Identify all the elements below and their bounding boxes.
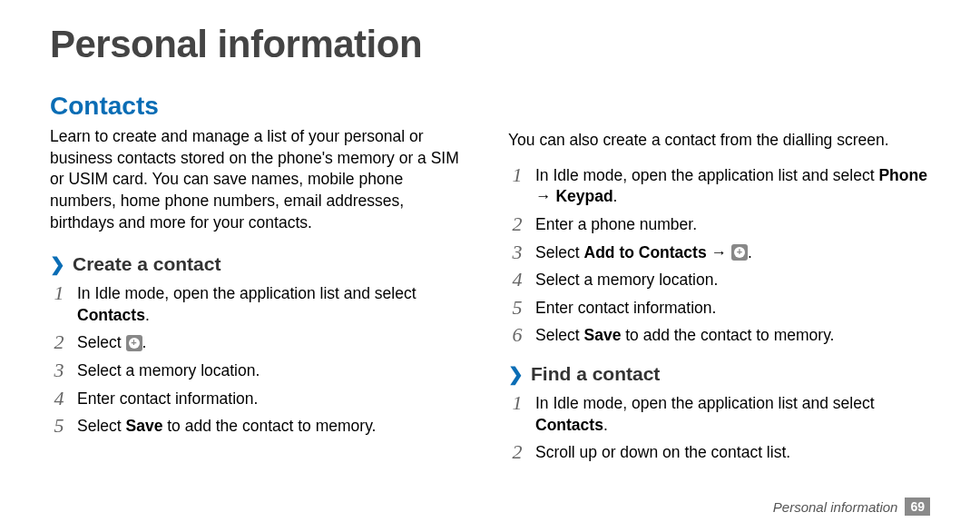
text: In Idle mode, open the application list … bbox=[535, 166, 878, 184]
dial-steps: 1 In Idle mode, open the application lis… bbox=[508, 164, 930, 347]
text: . bbox=[603, 416, 608, 434]
bold-text: Add to Contacts bbox=[584, 243, 707, 261]
footer-label: Personal information bbox=[773, 499, 898, 515]
step-number: 1 bbox=[50, 282, 68, 304]
step-number: 6 bbox=[508, 324, 526, 346]
add-icon bbox=[126, 335, 142, 351]
text: . bbox=[142, 333, 147, 351]
step: 1 In Idle mode, open the application lis… bbox=[50, 282, 472, 326]
text: Select bbox=[535, 243, 584, 261]
intro-text: Learn to create and manage a list of you… bbox=[50, 126, 472, 233]
bold-text: Phone bbox=[878, 166, 926, 184]
step-number: 1 bbox=[508, 164, 526, 186]
step: 5 Select Save to add the contact to memo… bbox=[50, 415, 472, 438]
page-footer: Personal information 69 bbox=[773, 498, 930, 516]
text: → bbox=[535, 187, 555, 205]
step-text: Enter a phone number. bbox=[535, 213, 697, 236]
text: → bbox=[707, 243, 731, 261]
step-text: Enter contact information. bbox=[535, 297, 716, 320]
text: In Idle mode, open the application list … bbox=[535, 394, 875, 412]
step: 4 Enter contact information. bbox=[50, 388, 472, 410]
page-title: Personal information bbox=[50, 23, 930, 66]
step: 1 In Idle mode, open the application lis… bbox=[508, 392, 930, 436]
step-number: 2 bbox=[508, 441, 526, 463]
step: 6 Select Save to add the contact to memo… bbox=[508, 324, 930, 347]
chevron-right-icon: ❯ bbox=[508, 365, 524, 383]
step-number: 3 bbox=[50, 360, 68, 381]
step: 2 Enter a phone number. bbox=[508, 213, 930, 236]
step-number: 4 bbox=[508, 269, 526, 291]
section-heading-contacts: Contacts bbox=[50, 92, 472, 121]
text: Select bbox=[535, 326, 584, 344]
step-text: Select a memory location. bbox=[77, 360, 260, 382]
step: 4 Select a memory location. bbox=[508, 269, 930, 291]
step-number: 5 bbox=[508, 297, 526, 319]
step: 2 Scroll up or down on the contact list. bbox=[508, 441, 930, 464]
step-number: 1 bbox=[508, 392, 526, 414]
step-text: Select Save to add the contact to memory… bbox=[77, 415, 376, 438]
step: 5 Enter contact information. bbox=[508, 297, 930, 320]
bold-text: Keypad bbox=[555, 187, 612, 205]
find-steps: 1 In Idle mode, open the application lis… bbox=[508, 392, 930, 464]
text: . bbox=[613, 187, 618, 205]
step-text: Select Add to Contacts → . bbox=[535, 241, 752, 264]
text: In Idle mode, open the application list … bbox=[77, 284, 416, 302]
bold-text: Contacts bbox=[77, 306, 145, 324]
step-text: Select . bbox=[77, 331, 146, 354]
sub-heading-find: ❯ Find a contact bbox=[508, 363, 930, 385]
text: Select bbox=[77, 333, 126, 351]
step-text: Select Save to add the contact to memory… bbox=[535, 324, 834, 347]
step-text: In Idle mode, open the application list … bbox=[77, 282, 472, 326]
lead-text: You can also create a contact from the d… bbox=[508, 130, 930, 152]
right-column: You can also create a contact from the d… bbox=[508, 92, 930, 464]
step-text: In Idle mode, open the application list … bbox=[535, 392, 930, 436]
text: . bbox=[145, 306, 150, 324]
text: to add the contact to memory. bbox=[162, 417, 376, 435]
step-number: 4 bbox=[50, 388, 68, 409]
step: 1 In Idle mode, open the application lis… bbox=[508, 164, 930, 208]
left-column: Contacts Learn to create and manage a li… bbox=[50, 92, 472, 464]
content-columns: Contacts Learn to create and manage a li… bbox=[50, 92, 930, 464]
sub-heading-text: Create a contact bbox=[73, 253, 220, 275]
bold-text: Contacts bbox=[535, 416, 603, 434]
text: to add the contact to memory. bbox=[621, 326, 834, 344]
step-text: In Idle mode, open the application list … bbox=[535, 164, 930, 208]
step-text: Scroll up or down on the contact list. bbox=[535, 441, 790, 464]
step: 2 Select . bbox=[50, 331, 472, 354]
bold-text: Save bbox=[584, 326, 622, 344]
step-number: 3 bbox=[508, 241, 526, 263]
chevron-right-icon: ❯ bbox=[50, 255, 65, 273]
step-text: Enter contact information. bbox=[77, 388, 258, 410]
add-icon bbox=[731, 244, 748, 261]
text: . bbox=[748, 243, 752, 261]
page-number: 69 bbox=[905, 498, 930, 516]
sub-heading-text: Find a contact bbox=[531, 363, 660, 385]
step-number: 2 bbox=[508, 213, 526, 235]
create-steps: 1 In Idle mode, open the application lis… bbox=[50, 282, 472, 438]
step-number: 5 bbox=[50, 415, 68, 437]
text: Select bbox=[77, 417, 126, 435]
step-number: 2 bbox=[50, 331, 68, 353]
step: 3 Select a memory location. bbox=[50, 360, 472, 382]
step-text: Select a memory location. bbox=[535, 269, 718, 291]
sub-heading-create: ❯ Create a contact bbox=[50, 253, 472, 275]
step: 3 Select Add to Contacts → . bbox=[508, 241, 930, 264]
bold-text: Save bbox=[126, 417, 163, 435]
